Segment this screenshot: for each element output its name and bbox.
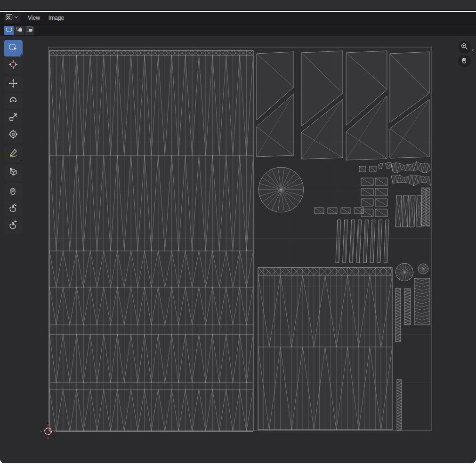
rotate-icon bbox=[8, 95, 18, 107]
annotate-icon bbox=[8, 148, 18, 160]
uv-editor: View Image New Open bbox=[0, 0, 476, 476]
tool-move-button[interactable] bbox=[4, 76, 23, 92]
pan-gizmo[interactable] bbox=[458, 55, 471, 67]
tool-rotate-button[interactable] bbox=[4, 93, 23, 109]
select-box-icon bbox=[8, 42, 18, 55]
mode-extend-button[interactable] bbox=[14, 26, 24, 35]
tool-cursor-2d-button[interactable] bbox=[4, 57, 23, 73]
move-icon bbox=[8, 78, 18, 90]
cursor-2d-icon bbox=[8, 59, 18, 72]
tool-select-box-button[interactable] bbox=[4, 40, 23, 56]
editor-above-strip bbox=[0, 0, 476, 11]
chevron-down-icon bbox=[13, 14, 19, 22]
uv-canvas[interactable] bbox=[0, 36, 476, 463]
tool-relax-button[interactable] bbox=[4, 200, 23, 217]
tool-settings-bar bbox=[0, 24, 476, 36]
editor-type-selector[interactable] bbox=[4, 13, 21, 23]
select-mode-group bbox=[4, 26, 35, 35]
grab-icon bbox=[8, 186, 18, 198]
rip-region-icon bbox=[8, 167, 18, 179]
sidebar-toggle[interactable]: ‹ bbox=[472, 47, 474, 53]
magnifier-icon bbox=[460, 42, 468, 52]
uv-editor-header: View Image New Open bbox=[0, 12, 476, 24]
editor-type-icon bbox=[5, 13, 13, 23]
tool-pinch-button[interactable] bbox=[4, 217, 23, 234]
mode-extend-icon bbox=[16, 25, 23, 35]
subtool-indicator bbox=[20, 159, 22, 161]
mode-subtract-button[interactable] bbox=[24, 26, 34, 35]
tool-rip-region-button[interactable] bbox=[4, 164, 23, 181]
mode-subtract-icon bbox=[26, 25, 33, 35]
toolbar bbox=[4, 40, 23, 234]
tool-transform-button[interactable] bbox=[4, 127, 23, 143]
scale-icon bbox=[8, 112, 18, 124]
mode-set-icon bbox=[5, 25, 13, 35]
hand-icon bbox=[460, 56, 468, 66]
uv-wireframe bbox=[0, 36, 476, 463]
transform-icon bbox=[8, 129, 18, 141]
menu-view[interactable]: View bbox=[24, 13, 44, 23]
menu-image[interactable]: Image bbox=[44, 13, 68, 23]
zoom-gizmo[interactable] bbox=[458, 41, 471, 54]
relax-icon bbox=[8, 202, 18, 215]
pinch-icon bbox=[8, 219, 18, 232]
tool-grab-button[interactable] bbox=[4, 183, 23, 200]
subtool-indicator bbox=[20, 54, 22, 56]
mode-set-button[interactable] bbox=[4, 26, 14, 35]
tool-scale-button[interactable] bbox=[4, 110, 23, 126]
tool-annotate-button[interactable] bbox=[4, 145, 23, 162]
